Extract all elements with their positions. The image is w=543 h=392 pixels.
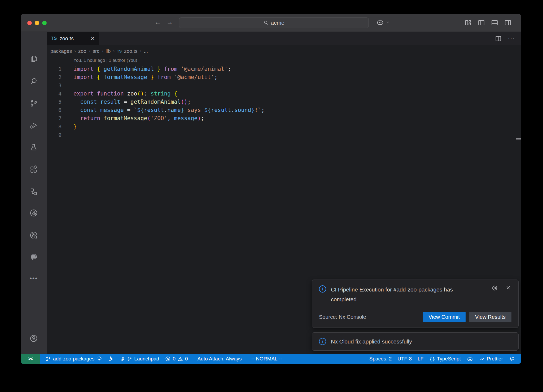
- account-icon[interactable]: [29, 334, 38, 343]
- testing-icon[interactable]: [29, 143, 38, 151]
- branch-name: add-zoo-packages: [53, 356, 94, 362]
- back-arrow-icon[interactable]: ←: [153, 18, 162, 26]
- code-line[interactable]: 4export function zoo(): string {: [47, 90, 521, 98]
- notification-message: CI Pipeline Execution for #add-zoo-packa…: [331, 285, 475, 304]
- language-label: TypeScript: [437, 356, 461, 362]
- code-lines[interactable]: 1import { getRandomAnimal } from '@acme/…: [47, 65, 521, 139]
- vim-mode-status[interactable]: -- NORMAL --: [248, 354, 285, 364]
- chevron-down-icon: [386, 20, 390, 24]
- source-control-graph-status[interactable]: [105, 354, 117, 364]
- info-icon: i: [319, 285, 326, 293]
- breadcrumb-separator: ›: [113, 49, 115, 54]
- project-graph-icon[interactable]: [29, 209, 38, 217]
- auto-attach-label: Auto Attach: Always: [198, 356, 242, 362]
- breadcrumb-separator: ›: [89, 49, 90, 54]
- warnings-count: 0: [185, 356, 188, 362]
- view-commit-button[interactable]: View Commit: [423, 312, 465, 322]
- code-line[interactable]: 5 const result = getRandomAnimal();: [47, 98, 521, 106]
- code-line-content: const result = getRandomAnimal();: [62, 98, 191, 106]
- tab-close-icon[interactable]: ✕: [90, 35, 95, 42]
- copilot-menu-button[interactable]: [376, 18, 390, 26]
- nx-console-icon[interactable]: [29, 188, 38, 196]
- copilot-icon: [467, 356, 473, 362]
- edge-browser-icon[interactable]: [29, 253, 38, 261]
- customize-layout-icon[interactable]: [464, 19, 472, 27]
- overview-ruler-mark: [516, 138, 521, 140]
- breadcrumb-overflow[interactable]: ...: [144, 48, 148, 54]
- code-line[interactable]: 3: [47, 81, 521, 90]
- indentation-status[interactable]: Spaces: 2: [366, 356, 395, 362]
- breadcrumb-item[interactable]: src: [93, 48, 99, 54]
- code-line[interactable]: 6 const message = `${result.name} says $…: [47, 106, 521, 114]
- errors-count: 0: [173, 356, 176, 362]
- run-debug-icon[interactable]: [29, 121, 38, 130]
- braces-icon: {}: [429, 356, 435, 362]
- eol-status[interactable]: LF: [415, 356, 426, 362]
- breadcrumb-separator: ›: [102, 49, 103, 54]
- auto-attach-status[interactable]: Auto Attach: Always: [195, 354, 245, 364]
- warning-icon: [177, 356, 183, 362]
- breadcrumb-item[interactable]: lib: [106, 48, 111, 54]
- language-mode-status[interactable]: {} TypeScript: [426, 356, 463, 362]
- line-number: 1: [47, 65, 62, 73]
- breadcrumb-item[interactable]: zoo: [78, 48, 86, 54]
- code-line[interactable]: 2import { formatMessage } from '@acme/ut…: [47, 73, 521, 81]
- git-branch-status[interactable]: add-zoo-packages: [42, 354, 105, 364]
- graph-search-icon[interactable]: [29, 231, 38, 239]
- toggle-secondary-sidebar-icon[interactable]: [504, 19, 512, 27]
- toggle-sidebar-icon[interactable]: [478, 19, 485, 27]
- command-center-text: acme: [271, 20, 284, 26]
- tab-zoo-ts[interactable]: TS zoo.ts ✕: [47, 32, 99, 45]
- titlebar: ← → acme: [21, 14, 521, 32]
- code-line[interactable]: 9: [47, 131, 521, 139]
- search-icon: [263, 20, 269, 25]
- problems-status[interactable]: 0 0: [162, 354, 191, 364]
- breadcrumb-item[interactable]: packages: [50, 48, 72, 54]
- code-line[interactable]: 1import { getRandomAnimal } from '@acme/…: [47, 65, 521, 73]
- command-center-search[interactable]: acme: [179, 18, 369, 28]
- vscode-window: ← → acme •••: [21, 14, 521, 364]
- more-views-icon[interactable]: •••: [29, 275, 38, 283]
- branch-small-icon: [127, 356, 132, 361]
- breadcrumb-file[interactable]: zoo.ts: [124, 48, 138, 54]
- launchpad-status[interactable]: Launchpad: [117, 354, 162, 364]
- notification-toast-ci-pipeline: i CI Pipeline Execution for #add-zoo-pac…: [312, 280, 519, 328]
- info-icon: i: [319, 338, 326, 345]
- rocket-icon: [120, 356, 125, 362]
- editor-more-actions-icon[interactable]: ···: [508, 35, 515, 42]
- tab-bar: TS zoo.ts ✕ ···: [47, 32, 521, 45]
- explorer-icon[interactable]: [29, 55, 38, 63]
- branch-icon: [45, 356, 51, 362]
- remote-indicator[interactable]: ><: [21, 354, 40, 364]
- split-editor-icon[interactable]: [495, 35, 502, 42]
- encoding-status[interactable]: UTF-8: [395, 356, 415, 362]
- code-line[interactable]: 7 return formatMessage('ZOO', message);: [47, 114, 521, 123]
- traffic-close-button[interactable]: [27, 21, 32, 25]
- extensions-icon[interactable]: [29, 165, 38, 174]
- line-number: 3: [47, 81, 62, 90]
- traffic-maximize-button[interactable]: [42, 21, 47, 25]
- prettier-status[interactable]: Prettier: [476, 356, 506, 362]
- line-number: 8: [47, 123, 62, 131]
- code-line-content: }: [62, 123, 77, 131]
- eol-label: LF: [418, 356, 423, 362]
- copilot-status[interactable]: [464, 356, 476, 362]
- prettier-label: Prettier: [487, 356, 503, 362]
- notification-close-icon[interactable]: [505, 285, 511, 291]
- search-icon[interactable]: [29, 77, 38, 86]
- double-check-icon: [479, 356, 485, 362]
- code-line[interactable]: 8}: [47, 123, 521, 131]
- traffic-minimize-button[interactable]: [35, 21, 39, 25]
- code-line-content: const message = `${result.name} says ${r…: [62, 106, 265, 114]
- line-number: 2: [47, 73, 62, 81]
- source-control-icon[interactable]: [29, 99, 38, 107]
- view-results-button[interactable]: View Results: [469, 312, 511, 322]
- line-number: 9: [47, 131, 62, 139]
- toggle-panel-icon[interactable]: [491, 19, 498, 27]
- notification-settings-gear-icon[interactable]: [491, 285, 498, 291]
- notification-toast-nx-cloud: i Nx Cloud fix applied successfully: [312, 332, 519, 351]
- encoding-label: UTF-8: [397, 356, 412, 362]
- forward-arrow-icon[interactable]: →: [165, 18, 174, 26]
- notifications-bell[interactable]: [506, 356, 518, 362]
- code-line-content: import { getRandomAnimal } from '@acme/a…: [62, 65, 231, 73]
